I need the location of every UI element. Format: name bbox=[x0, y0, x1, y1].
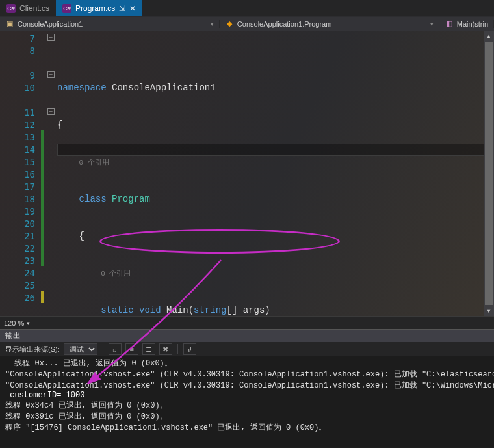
pin-icon[interactable]: ⇲ bbox=[119, 4, 125, 13]
breadcrumb-label: ConsoleApplication1.Program bbox=[237, 20, 332, 28]
tab-program-cs[interactable]: C# Program.cs ⇲ ✕ bbox=[56, 0, 142, 16]
breadcrumb-class[interactable]: ◆ ConsoleApplication1.Program ▾ bbox=[220, 20, 439, 28]
namespace-icon: ▣ bbox=[5, 20, 14, 28]
breadcrumb: ▣ ConsoleApplication1 ▾ ◆ ConsoleApplica… bbox=[0, 17, 494, 31]
chevron-down-icon: ▾ bbox=[430, 21, 434, 27]
close-icon[interactable]: ✕ bbox=[129, 4, 136, 13]
clear-all-button[interactable]: ✖ bbox=[159, 343, 172, 355]
output-console[interactable]: 线程 0x... 已退出, 返回值为 0 (0x0)。"ConsoleAppli… bbox=[0, 356, 494, 447]
breadcrumb-label: ConsoleApplication1 bbox=[18, 20, 83, 28]
breadcrumb-label: Main(strin bbox=[457, 20, 488, 28]
scroll-up-icon[interactable]: ▲ bbox=[484, 31, 494, 42]
output-source-select[interactable]: 调试 bbox=[64, 343, 98, 355]
tab-label: Program.cs bbox=[75, 4, 115, 13]
breadcrumb-namespace[interactable]: ▣ ConsoleApplication1 ▾ bbox=[0, 20, 220, 28]
method-icon: ◧ bbox=[445, 20, 454, 28]
class-icon: ◆ bbox=[225, 20, 234, 28]
code-pane[interactable]: namespace ConsoleApplication1 { 0 个引用 cl… bbox=[57, 31, 494, 316]
breadcrumb-method[interactable]: ◧ Main(strin bbox=[439, 20, 494, 28]
csharp-icon: C# bbox=[62, 4, 72, 13]
vertical-scrollbar[interactable]: ▲ ▼ bbox=[484, 31, 494, 316]
output-toolbar: 显示输出来源(S): 调试 ⌕ ≡ ≣ ✖ ↲ bbox=[0, 342, 494, 356]
line-number-gutter: 7891011121314151617181920212223242526 bbox=[0, 31, 40, 316]
chevron-down-icon[interactable]: ▾ bbox=[27, 320, 30, 326]
code-editor[interactable]: 7891011121314151617181920212223242526 −−… bbox=[0, 31, 494, 316]
zoom-level[interactable]: 120 % bbox=[4, 319, 24, 327]
tab-client-cs[interactable]: C# Client.cs bbox=[0, 0, 56, 16]
goto-next-button[interactable]: ≣ bbox=[142, 343, 155, 355]
tab-strip: C# Client.cs C# Program.cs ⇲ ✕ bbox=[0, 0, 494, 17]
fold-gutter: −−− bbox=[44, 31, 57, 316]
current-line-highlight bbox=[57, 144, 494, 156]
toggle-wordwrap-button[interactable]: ↲ bbox=[183, 343, 196, 355]
output-panel-title: 输出 bbox=[0, 329, 494, 342]
goto-prev-button[interactable]: ≡ bbox=[125, 343, 138, 355]
find-button[interactable]: ⌕ bbox=[109, 343, 122, 355]
scroll-down-icon[interactable]: ▼ bbox=[484, 306, 494, 316]
scrollbar-thumb[interactable] bbox=[485, 42, 493, 305]
csharp-icon: C# bbox=[6, 4, 16, 13]
chevron-down-icon: ▾ bbox=[211, 21, 214, 27]
tab-label: Client.cs bbox=[20, 4, 49, 13]
output-source-label: 显示输出来源(S): bbox=[5, 345, 60, 354]
zoom-bar: 120 % ▾ bbox=[0, 316, 494, 329]
